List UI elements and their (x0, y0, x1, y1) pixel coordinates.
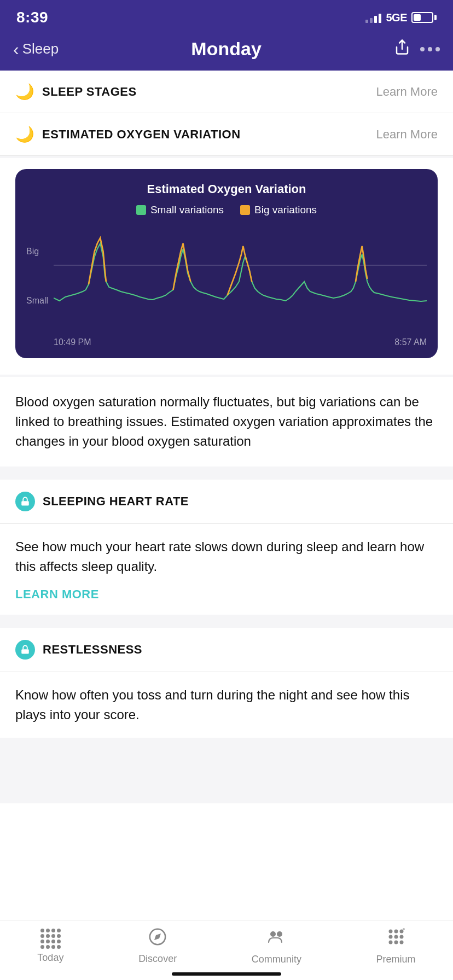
svg-point-17 (403, 928, 405, 930)
restlessness-body: Know how often you toss and turn during … (0, 672, 453, 738)
oxygen-title: ESTIMATED OXYGEN VARIATION (42, 127, 241, 142)
y-label-small: Small (26, 296, 48, 306)
signal-icon (365, 12, 381, 23)
home-indicator (172, 972, 281, 976)
svg-point-14 (388, 940, 392, 944)
legend-big: Big variations (240, 204, 317, 216)
svg-point-8 (388, 929, 392, 933)
svg-rect-3 (21, 649, 29, 654)
network-type: 5GE (386, 11, 407, 24)
oxygen-variation-section: 🌙 ESTIMATED OXYGEN VARIATION Learn More (0, 113, 453, 156)
nav-today-label: Today (37, 952, 63, 964)
heart-rate-header: SLEEPING HEART RATE (0, 480, 453, 524)
battery-icon (411, 12, 437, 23)
nav-header: ‹ Sleep Monday (0, 33, 453, 71)
restlessness-header: RESTLESSNESS (0, 628, 453, 672)
more-options-icon[interactable] (420, 47, 440, 51)
premium-icon (386, 927, 406, 950)
nav-premium-label: Premium (376, 954, 416, 965)
x-label-start: 10:49 PM (54, 337, 91, 347)
x-axis-labels: 10:49 PM 8:57 AM (54, 337, 427, 347)
restlessness-description: Know how often you toss and turn during … (15, 685, 438, 725)
sleep-stages-title: SLEEP STAGES (42, 85, 137, 99)
x-label-end: 8:57 AM (394, 337, 427, 347)
chart-legend: Small variations Big variations (26, 204, 427, 216)
oxygen-chart: Estimated Oxygen Variation Small variati… (15, 169, 438, 358)
nav-today[interactable]: Today (37, 929, 63, 964)
nav-discover[interactable]: Discover (138, 928, 177, 965)
nav-discover-label: Discover (138, 953, 177, 965)
legend-small: Small variations (136, 204, 224, 216)
heart-rate-description: See how much your heart rate slows down … (15, 537, 438, 576)
nav-community-label: Community (252, 954, 301, 965)
community-icon (266, 927, 286, 950)
share-icon[interactable] (394, 39, 410, 59)
today-icon (40, 929, 61, 949)
chart-area: Big Small (26, 227, 427, 347)
svg-point-15 (394, 940, 398, 944)
status-bar: 8:39 5GE (0, 0, 453, 33)
moon-icon-2: 🌙 (15, 125, 34, 143)
oxygen-left: 🌙 ESTIMATED OXYGEN VARIATION (15, 125, 241, 143)
sleep-stages-section: 🌙 SLEEP STAGES Learn More (0, 71, 453, 113)
svg-point-6 (270, 931, 276, 937)
svg-marker-5 (154, 933, 161, 940)
svg-point-9 (394, 929, 398, 933)
lock-icon-restlessness (15, 640, 35, 660)
back-label: Sleep (22, 40, 59, 57)
green-swatch (136, 205, 146, 215)
oxygen-learn-more[interactable]: Learn More (376, 127, 438, 142)
main-content: 🌙 SLEEP STAGES Learn More 🌙 ESTIMATED OX… (0, 71, 453, 803)
svg-point-11 (388, 935, 392, 938)
svg-point-12 (394, 935, 398, 938)
sleeping-heart-rate-section: SLEEPING HEART RATE See how much your he… (0, 480, 453, 615)
restlessness-section: RESTLESSNESS Know how often you toss and… (0, 628, 453, 738)
svg-point-10 (399, 929, 403, 933)
y-label-big: Big (26, 247, 48, 256)
lock-icon-heart-rate (15, 492, 35, 511)
description-block: Blood oxygen saturation normally fluctua… (0, 377, 453, 466)
nav-actions (394, 39, 440, 59)
moon-icon: 🌙 (15, 83, 34, 101)
orange-swatch (240, 205, 250, 215)
nav-premium[interactable]: Premium (376, 927, 416, 965)
sleep-stages-left: 🌙 SLEEP STAGES (15, 83, 137, 101)
status-icons: 5GE (365, 11, 437, 24)
oxygen-description: Blood oxygen saturation normally fluctua… (15, 392, 438, 451)
chevron-left-icon: ‹ (13, 40, 19, 58)
back-button[interactable]: ‹ Sleep (13, 40, 59, 58)
chart-svg-area (54, 227, 427, 331)
svg-point-16 (399, 940, 403, 944)
svg-point-13 (399, 935, 403, 938)
restlessness-title: RESTLESSNESS (43, 643, 142, 657)
sleep-stages-learn-more[interactable]: Learn More (376, 85, 438, 99)
page-title: Monday (191, 38, 261, 60)
bottom-navigation: Today Discover Community (0, 920, 453, 980)
nav-community[interactable]: Community (252, 927, 301, 965)
heart-rate-learn-more[interactable]: LEARN MORE (15, 587, 99, 602)
discover-icon (148, 928, 167, 950)
heart-rate-body: See how much your heart rate slows down … (0, 524, 453, 615)
heart-rate-title: SLEEPING HEART RATE (43, 494, 189, 509)
chart-block: Estimated Oxygen Variation Small variati… (0, 158, 453, 375)
legend-big-label: Big variations (254, 204, 317, 216)
svg-rect-2 (21, 501, 29, 505)
status-time: 8:39 (16, 9, 48, 26)
legend-small-label: Small variations (150, 204, 224, 216)
y-axis-labels: Big Small (26, 227, 48, 331)
chart-title: Estimated Oxygen Variation (26, 182, 427, 196)
svg-point-7 (277, 931, 282, 937)
